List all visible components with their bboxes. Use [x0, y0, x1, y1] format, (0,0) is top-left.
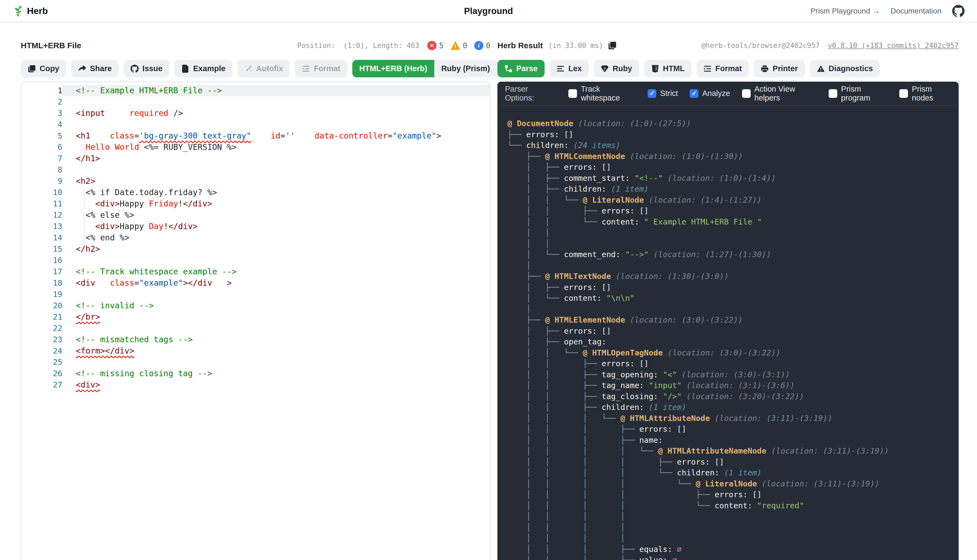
- option-analyze[interactable]: Analyze: [690, 89, 730, 98]
- file-icon: [181, 65, 189, 73]
- printer-button[interactable]: Printer: [754, 60, 805, 77]
- code-token: <!-- Track whitespace example -->: [76, 267, 237, 276]
- code-token: <!-- invalid -->: [76, 301, 154, 310]
- copy-result-icon[interactable]: [608, 41, 617, 50]
- code-token: class: [110, 131, 134, 140]
- tree-token: │ │ │ │ └──: [507, 446, 658, 455]
- share-button[interactable]: Share: [71, 60, 119, 77]
- checkbox-icon[interactable]: [690, 89, 698, 98]
- copy-button[interactable]: Copy: [21, 60, 66, 77]
- html-button[interactable]: HTML: [644, 60, 692, 77]
- tree-token: │ │ │ ├──: [507, 435, 639, 445]
- tree-token: │ └──: [507, 293, 564, 303]
- tree-line: @ DocumentNode (location: (1:0)-(27:5)): [507, 118, 950, 129]
- tree-token: │ │ └──: [507, 217, 602, 227]
- tree-token: (location: (3:0)-(3:22)): [663, 348, 781, 357]
- format-result-button[interactable]: Format: [696, 60, 749, 77]
- code-token: "example": [139, 278, 183, 288]
- code-line: 18<div class="example"></div >: [21, 277, 490, 288]
- tree-line: │: [507, 304, 950, 315]
- tree-token: ∅: [672, 545, 682, 554]
- parse-button[interactable]: Parse: [497, 60, 545, 77]
- tree-token: │ │ ├──: [507, 381, 602, 390]
- checkbox-icon[interactable]: [647, 89, 656, 98]
- tree-token: (location: (1:0)-(27:5)): [573, 119, 691, 128]
- option-action-view-helpers[interactable]: Action View helpers: [742, 85, 817, 102]
- tree-token: tag_closing:: [602, 392, 658, 401]
- tree-token: (location: (1:27)-(1:30)): [649, 250, 771, 259]
- format-button[interactable]: Format: [295, 60, 347, 77]
- tab-ruby-prism[interactable]: Ruby (Prism): [434, 60, 497, 77]
- autofix-button[interactable]: Autofix: [238, 60, 290, 77]
- tree-token: @ LiteralNode: [583, 195, 644, 205]
- tree-token: │ │ │ │: [507, 512, 625, 521]
- tree-token: │ │ │ │ ├──: [507, 490, 714, 499]
- tree-token: []: [634, 359, 649, 368]
- option-track-whitespace[interactable]: Track whitespace: [568, 85, 636, 102]
- line-content: <% if Date.today.friday? %>: [62, 187, 490, 198]
- checkbox-icon[interactable]: [742, 89, 751, 98]
- tree-line: │ ├── comment_start: "<!--" (location: (…: [507, 173, 950, 184]
- tree-token: errors:: [714, 490, 748, 499]
- tree-token: │ │ └──: [507, 195, 583, 205]
- tree-token: │ │ │ ├──: [507, 545, 639, 554]
- issue-button[interactable]: Issue: [124, 60, 169, 77]
- code-token: <div>: [95, 199, 119, 208]
- parse-button-label: Parse: [516, 64, 538, 73]
- ruby-button[interactable]: Ruby: [594, 60, 639, 77]
- tree-line: │ │ │ │: [507, 533, 950, 544]
- tree-token: │ │ ├──: [507, 403, 602, 412]
- option-prism-program[interactable]: Prism program: [829, 85, 887, 102]
- tree-token: errors:: [526, 130, 559, 139]
- code-token: </div>: [168, 222, 197, 231]
- tree-token: "required": [752, 501, 804, 510]
- line-number: 23: [21, 334, 62, 345]
- tree-token: │ │ └──: [507, 348, 583, 357]
- tree-token: (1 item): [719, 468, 762, 477]
- code-line: 3<input required />: [21, 108, 490, 119]
- github-icon[interactable]: [952, 5, 965, 17]
- tree-token: name:: [639, 435, 663, 445]
- line-content: <% else %>: [62, 209, 490, 221]
- code-token: [95, 278, 110, 288]
- tree-line: │ ├── errors: []: [507, 325, 950, 337]
- checkbox-icon[interactable]: [568, 89, 577, 98]
- tree-token: @ HTMLElementNode: [545, 315, 625, 325]
- option-strict[interactable]: Strict: [647, 89, 678, 98]
- code-token: !: [178, 199, 183, 208]
- lex-icon: [557, 65, 565, 73]
- editor-meta: Position: (1:0), Length: 463 ✕ 5 ! 0 i 0: [297, 41, 490, 50]
- example-button[interactable]: Example: [174, 60, 232, 77]
- tree-line: └── children: (24 items): [507, 140, 950, 151]
- line-number: 21: [21, 311, 62, 323]
- tab-html-erb-herb[interactable]: HTML+ERB (Herb): [352, 60, 434, 77]
- tree-token: ├──: [507, 315, 545, 325]
- tree-line: │ │ │ ├── errors: []: [507, 423, 950, 435]
- tree-token: │ ├──: [507, 327, 564, 335]
- tree-token: value:: [639, 555, 668, 560]
- line-number: 18: [21, 277, 62, 288]
- code-token: <!-- mismatched tags -->: [76, 335, 192, 344]
- code-token: </div>: [183, 199, 212, 208]
- checkbox-icon[interactable]: [899, 89, 908, 98]
- line-content: Hello World <%= RUBY_VERSION %>: [62, 142, 490, 153]
- line-number: 2: [21, 96, 62, 108]
- version-link[interactable]: v0.8.10 (+183 commits) 2402c957: [828, 42, 959, 50]
- option-prism-nodes[interactable]: Prism nodes: [899, 85, 951, 102]
- line-number: 8: [21, 164, 62, 175]
- tree-token: comment_end:: [564, 250, 621, 259]
- code-line: 10 <% if Date.today.friday? %>: [21, 187, 490, 198]
- tree-token: │ ├──: [507, 163, 564, 172]
- documentation-link[interactable]: Documentation: [891, 7, 942, 15]
- code-token: <div: [76, 278, 95, 288]
- line-number: 20: [21, 300, 62, 311]
- prism-playground-link[interactable]: Prism Playground →: [811, 7, 880, 15]
- tree-line: │ │ └── content: " Example HTML+ERB File…: [507, 217, 950, 227]
- code-editor[interactable]: 1<!-- Example HTML+ERB File -->23<input …: [21, 82, 490, 560]
- diagnostics-button[interactable]: Diagnostics: [810, 60, 880, 77]
- tree-line: │ │ └── @ HTMLOpenTagNode (location: (3:…: [507, 347, 950, 358]
- lex-button[interactable]: Lex: [549, 60, 589, 77]
- tree-token: │ │ │ │ └──: [507, 479, 696, 488]
- tree-line: │ └── content: "\n\n": [507, 293, 950, 304]
- checkbox-icon[interactable]: [829, 89, 837, 98]
